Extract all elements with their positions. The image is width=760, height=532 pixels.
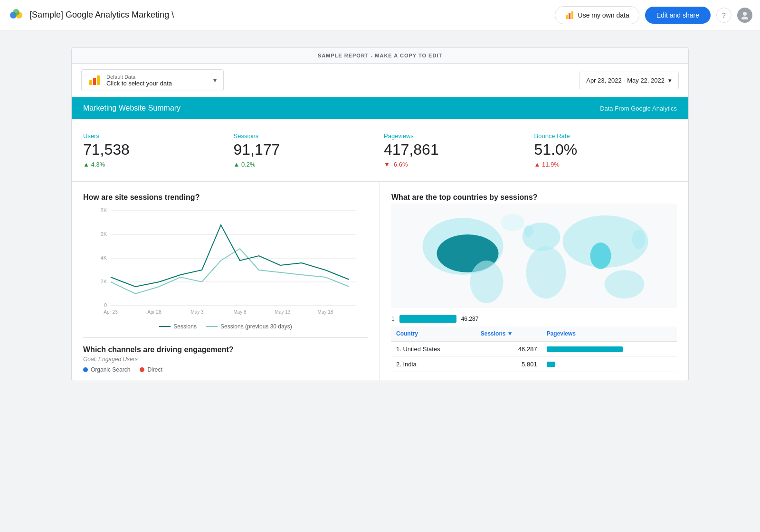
- pageviews-bar-1: [542, 341, 677, 357]
- channel-dot-red: [140, 367, 144, 372]
- svg-text:8K: 8K: [101, 207, 107, 213]
- metric-users: Users 71,538 ▲ 4.3%: [83, 129, 226, 172]
- report-container: SAMPLE REPORT - MAKE A COPY TO EDIT Defa…: [71, 47, 689, 381]
- dropdown-caret-icon: ▾: [213, 76, 217, 84]
- edit-and-share-button[interactable]: Edit and share: [645, 7, 711, 24]
- svg-text:May 8: May 8: [233, 309, 247, 315]
- table-row: 1. United States 46,287: [391, 341, 677, 357]
- col-header-country: Country: [391, 327, 476, 341]
- calendar-caret-icon: ▾: [668, 77, 672, 84]
- legend-prev-line: [206, 326, 218, 327]
- svg-point-37: [632, 230, 646, 249]
- user-avatar[interactable]: [737, 8, 752, 23]
- svg-rect-9: [93, 78, 96, 85]
- svg-text:May 3: May 3: [190, 309, 204, 315]
- country-rank-2: 2. India: [391, 357, 476, 372]
- section-title: Marketing Website Summary: [83, 104, 180, 112]
- svg-point-31: [526, 246, 566, 299]
- data-selector-text: Default Data Click to select your data: [106, 74, 172, 87]
- svg-text:Apr 23: Apr 23: [104, 309, 118, 315]
- svg-text:Apr 28: Apr 28: [147, 309, 162, 315]
- panel-divider: [83, 337, 368, 338]
- channels-chart-subtitle: Goal: Engaged Users: [83, 356, 368, 363]
- channel-dot-blue: [83, 367, 88, 372]
- top-navigation: [Sample] Google Analytics Marketing \ Us…: [0, 0, 760, 30]
- report-toolbar: Default Data Click to select your data ▾…: [72, 64, 688, 97]
- help-button[interactable]: ?: [716, 8, 732, 23]
- country-sessions-table: Country Sessions ▼ Pageviews: [391, 327, 677, 372]
- pageviews-bar-2: [542, 357, 677, 372]
- section-subtitle: Data From Google Analytics: [600, 105, 677, 112]
- countries-chart-title: What are the top countries by sessions?: [391, 193, 677, 202]
- svg-rect-10: [97, 75, 100, 85]
- main-content-area: How are site sessions trending? 8K 6K 4K…: [72, 182, 688, 381]
- col-header-sessions[interactable]: Sessions ▼: [476, 327, 542, 341]
- svg-text:2K: 2K: [101, 279, 107, 284]
- nav-actions: Use my own data Edit and share ?: [555, 6, 752, 24]
- chart-icon: [565, 10, 574, 20]
- date-range-value: Apr 23, 2022 - May 22, 2022: [586, 77, 665, 84]
- svg-point-2: [13, 9, 19, 16]
- pageviews-bar-india: [547, 362, 555, 367]
- svg-point-33: [590, 243, 611, 269]
- chart-legend: Sessions Sessions (previous 30 days): [83, 323, 368, 330]
- data-source-selector[interactable]: Default Data Click to select your data ▾: [81, 69, 224, 91]
- world-map: [391, 204, 677, 309]
- svg-point-7: [741, 17, 748, 19]
- channels-chart-title: Which channels are driving engagement?: [83, 345, 368, 354]
- metric-sessions: Sessions 91,177 ▲ 0.2%: [234, 129, 377, 172]
- metric-pageviews: Pageviews 417,861 ▼ -6.6%: [384, 129, 527, 172]
- metric-bounce-change: ▲ 11.9%: [534, 161, 677, 168]
- metric-bounce-rate: Bounce Rate 51.0% ▲ 11.9%: [534, 129, 677, 172]
- svg-point-29: [470, 261, 504, 303]
- app-logo-area: [Sample] Google Analytics Marketing \: [8, 7, 555, 24]
- svg-rect-3: [566, 15, 568, 19]
- svg-point-35: [501, 214, 525, 231]
- metric-pageviews-change: ▼ -6.6%: [384, 161, 527, 168]
- sessions-line-chart: 8K 6K 4K 2K 0: [83, 204, 368, 317]
- svg-rect-8: [89, 80, 92, 85]
- metrics-row: Users 71,538 ▲ 4.3% Sessions 91,177 ▲ 0.…: [72, 119, 688, 182]
- legend-sessions: Sessions: [159, 323, 197, 330]
- svg-text:May 13: May 13: [275, 309, 291, 315]
- svg-text:May 18: May 18: [318, 309, 333, 315]
- svg-rect-5: [571, 11, 573, 19]
- metric-sessions-change: ▲ 0.2%: [234, 161, 377, 168]
- top-country-bar: [399, 315, 456, 323]
- channels-legend: Organic Search Direct: [83, 366, 368, 373]
- svg-text:6K: 6K: [101, 231, 107, 237]
- pageviews-bar-us: [547, 346, 623, 352]
- svg-point-6: [743, 12, 747, 16]
- sessions-value-1: 46,287: [476, 341, 542, 357]
- sessions-value-2: 5,801: [476, 357, 542, 372]
- svg-rect-4: [569, 13, 570, 19]
- section-header: Marketing Website Summary Data From Goog…: [72, 97, 688, 119]
- page-title: [Sample] Google Analytics Marketing \: [29, 10, 174, 20]
- svg-point-34: [605, 270, 645, 299]
- svg-text:0: 0: [104, 302, 107, 308]
- report-banner: SAMPLE REPORT - MAKE A COPY TO EDIT: [72, 48, 688, 64]
- use-own-data-button[interactable]: Use my own data: [555, 6, 639, 24]
- table-row: 2. India 5,801: [391, 357, 677, 372]
- country-rank-1: 1. United States: [391, 341, 476, 357]
- sessions-chart-title: How are site sessions trending?: [83, 193, 368, 202]
- legend-sessions-prev: Sessions (previous 30 days): [206, 323, 292, 330]
- left-panel: How are site sessions trending? 8K 6K 4K…: [72, 182, 380, 381]
- svg-point-36: [524, 225, 533, 237]
- date-range-picker[interactable]: Apr 23, 2022 - May 22, 2022 ▾: [579, 72, 679, 89]
- col-header-pageviews: Pageviews: [542, 327, 677, 341]
- metric-users-change: ▲ 4.3%: [83, 161, 226, 168]
- top-country-value: 46,287: [461, 316, 479, 322]
- data-source-icon: [88, 74, 102, 87]
- right-panel: What are the top countries by sessions?: [380, 182, 688, 381]
- map-bar-indicator: 1 46,287: [391, 315, 677, 323]
- svg-text:4K: 4K: [101, 255, 107, 261]
- looker-studio-logo: [8, 7, 25, 24]
- legend-sessions-line: [159, 326, 171, 327]
- report-area: SAMPLE REPORT - MAKE A COPY TO EDIT Defa…: [0, 30, 760, 398]
